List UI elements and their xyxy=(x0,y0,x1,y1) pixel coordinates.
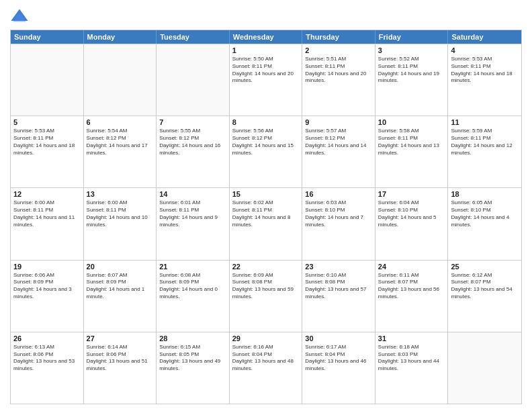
day-number: 30 xyxy=(305,334,372,342)
calendar-cell: 17Sunrise: 6:04 AMSunset: 8:10 PMDayligh… xyxy=(375,188,449,259)
day-number: 13 xyxy=(87,190,154,198)
day-number: 26 xyxy=(13,334,81,342)
calendar-cell xyxy=(11,44,84,116)
day-number: 20 xyxy=(87,263,154,271)
day-info: Sunrise: 5:53 AMSunset: 8:11 PMDaylight:… xyxy=(13,128,81,156)
day-number: 1 xyxy=(232,46,300,54)
day-info: Sunrise: 6:14 AMSunset: 8:06 PMDaylight:… xyxy=(87,344,154,373)
day-info: Sunrise: 5:58 AMSunset: 8:11 PMDaylight:… xyxy=(378,128,445,156)
logo xyxy=(10,7,32,26)
day-info: Sunrise: 6:12 AMSunset: 8:07 PMDaylight:… xyxy=(451,272,519,301)
day-info: Sunrise: 6:02 AMSunset: 8:11 PMDaylight:… xyxy=(232,199,300,228)
cal-header-cell: Friday xyxy=(375,30,449,44)
day-number: 28 xyxy=(159,334,226,342)
day-number: 3 xyxy=(378,46,445,54)
calendar-cell: 8Sunrise: 5:56 AMSunset: 8:12 PMDaylight… xyxy=(230,116,303,187)
calendar-cell: 7Sunrise: 5:55 AMSunset: 8:12 PMDaylight… xyxy=(157,116,230,187)
calendar-cell: 14Sunrise: 6:01 AMSunset: 8:11 PMDayligh… xyxy=(157,188,230,259)
calendar-cell: 11Sunrise: 5:59 AMSunset: 8:11 PMDayligh… xyxy=(448,116,521,187)
cal-header-cell: Monday xyxy=(84,30,157,44)
calendar-cell: 20Sunrise: 6:07 AMSunset: 8:09 PMDayligh… xyxy=(84,261,157,332)
calendar-cell: 24Sunrise: 6:11 AMSunset: 8:07 PMDayligh… xyxy=(375,261,449,332)
day-info: Sunrise: 6:07 AMSunset: 8:09 PMDaylight:… xyxy=(87,272,154,301)
day-info: Sunrise: 6:10 AMSunset: 8:08 PMDaylight:… xyxy=(305,272,372,301)
day-info: Sunrise: 6:00 AMSunset: 8:11 PMDaylight:… xyxy=(87,199,154,228)
day-number: 2 xyxy=(305,46,372,54)
day-info: Sunrise: 6:03 AMSunset: 8:10 PMDaylight:… xyxy=(305,199,372,228)
day-number: 19 xyxy=(13,263,81,271)
day-info: Sunrise: 6:11 AMSunset: 8:07 PMDaylight:… xyxy=(378,272,445,301)
day-info: Sunrise: 5:53 AMSunset: 8:11 PMDaylight:… xyxy=(451,56,519,85)
cal-header-cell: Tuesday xyxy=(157,30,230,44)
day-info: Sunrise: 5:50 AMSunset: 8:11 PMDaylight:… xyxy=(232,56,300,85)
calendar-cell: 23Sunrise: 6:10 AMSunset: 8:08 PMDayligh… xyxy=(302,261,375,332)
calendar-cell: 27Sunrise: 6:14 AMSunset: 8:06 PMDayligh… xyxy=(84,332,157,404)
day-info: Sunrise: 6:15 AMSunset: 8:05 PMDaylight:… xyxy=(159,344,226,373)
cal-header-cell: Wednesday xyxy=(230,30,303,44)
calendar-body: 1Sunrise: 5:50 AMSunset: 8:11 PMDaylight… xyxy=(11,44,521,404)
day-number: 29 xyxy=(232,334,300,342)
calendar-cell: 2Sunrise: 5:51 AMSunset: 8:11 PMDaylight… xyxy=(302,44,375,116)
day-number: 17 xyxy=(378,190,445,198)
calendar-week: 1Sunrise: 5:50 AMSunset: 8:11 PMDaylight… xyxy=(11,44,521,116)
calendar-cell: 12Sunrise: 6:00 AMSunset: 8:11 PMDayligh… xyxy=(11,188,84,259)
calendar-week: 19Sunrise: 6:06 AMSunset: 8:09 PMDayligh… xyxy=(11,260,521,332)
day-number: 15 xyxy=(232,190,300,198)
calendar-cell: 1Sunrise: 5:50 AMSunset: 8:11 PMDaylight… xyxy=(230,44,303,116)
calendar-cell: 5Sunrise: 5:53 AMSunset: 8:11 PMDaylight… xyxy=(11,116,84,187)
cal-header-cell: Saturday xyxy=(448,30,521,44)
calendar-cell: 13Sunrise: 6:00 AMSunset: 8:11 PMDayligh… xyxy=(84,188,157,259)
day-info: Sunrise: 6:05 AMSunset: 8:10 PMDaylight:… xyxy=(451,199,519,228)
calendar-cell: 18Sunrise: 6:05 AMSunset: 8:10 PMDayligh… xyxy=(448,188,521,259)
day-number: 14 xyxy=(159,190,226,198)
day-info: Sunrise: 5:51 AMSunset: 8:11 PMDaylight:… xyxy=(305,56,372,85)
day-number: 25 xyxy=(451,263,519,271)
day-number: 5 xyxy=(13,118,81,126)
calendar-cell xyxy=(157,44,230,116)
day-number: 7 xyxy=(159,118,226,126)
calendar-cell: 4Sunrise: 5:53 AMSunset: 8:11 PMDaylight… xyxy=(448,44,521,116)
day-info: Sunrise: 6:13 AMSunset: 8:06 PMDaylight:… xyxy=(13,344,81,373)
calendar-cell: 10Sunrise: 5:58 AMSunset: 8:11 PMDayligh… xyxy=(375,116,449,187)
day-info: Sunrise: 5:59 AMSunset: 8:11 PMDaylight:… xyxy=(451,128,519,156)
day-number: 21 xyxy=(159,263,226,271)
day-info: Sunrise: 5:52 AMSunset: 8:11 PMDaylight:… xyxy=(378,56,445,85)
calendar-cell: 31Sunrise: 6:18 AMSunset: 8:03 PMDayligh… xyxy=(375,332,449,404)
calendar-cell: 9Sunrise: 5:57 AMSunset: 8:12 PMDaylight… xyxy=(302,116,375,187)
day-info: Sunrise: 5:57 AMSunset: 8:12 PMDaylight:… xyxy=(305,128,372,156)
day-info: Sunrise: 5:55 AMSunset: 8:12 PMDaylight:… xyxy=(159,128,226,156)
day-info: Sunrise: 6:00 AMSunset: 8:11 PMDaylight:… xyxy=(13,199,81,228)
day-number: 16 xyxy=(305,190,372,198)
day-info: Sunrise: 6:04 AMSunset: 8:10 PMDaylight:… xyxy=(378,199,445,228)
calendar: SundayMondayTuesdayWednesdayThursdayFrid… xyxy=(10,30,522,404)
calendar-cell: 28Sunrise: 6:15 AMSunset: 8:05 PMDayligh… xyxy=(157,332,230,404)
calendar-cell: 30Sunrise: 6:17 AMSunset: 8:04 PMDayligh… xyxy=(302,332,375,404)
cal-header-cell: Thursday xyxy=(302,30,375,44)
calendar-cell: 25Sunrise: 6:12 AMSunset: 8:07 PMDayligh… xyxy=(448,261,521,332)
header xyxy=(10,7,522,26)
day-info: Sunrise: 5:54 AMSunset: 8:12 PMDaylight:… xyxy=(87,128,154,156)
calendar-cell: 21Sunrise: 6:08 AMSunset: 8:09 PMDayligh… xyxy=(157,261,230,332)
day-number: 8 xyxy=(232,118,300,126)
cal-header-cell: Sunday xyxy=(11,30,84,44)
calendar-week: 5Sunrise: 5:53 AMSunset: 8:11 PMDaylight… xyxy=(11,116,521,187)
day-info: Sunrise: 5:56 AMSunset: 8:12 PMDaylight:… xyxy=(232,128,300,156)
day-number: 18 xyxy=(451,190,519,198)
day-number: 23 xyxy=(305,263,372,271)
calendar-cell: 26Sunrise: 6:13 AMSunset: 8:06 PMDayligh… xyxy=(11,332,84,404)
day-info: Sunrise: 6:09 AMSunset: 8:08 PMDaylight:… xyxy=(232,272,300,301)
logo-icon xyxy=(10,7,29,26)
calendar-cell: 6Sunrise: 5:54 AMSunset: 8:12 PMDaylight… xyxy=(84,116,157,187)
day-info: Sunrise: 6:08 AMSunset: 8:09 PMDaylight:… xyxy=(159,272,226,301)
day-number: 12 xyxy=(13,190,81,198)
calendar-week: 26Sunrise: 6:13 AMSunset: 8:06 PMDayligh… xyxy=(11,332,521,404)
day-info: Sunrise: 6:17 AMSunset: 8:04 PMDaylight:… xyxy=(305,344,372,373)
day-info: Sunrise: 6:18 AMSunset: 8:03 PMDaylight:… xyxy=(378,344,445,373)
calendar-cell: 22Sunrise: 6:09 AMSunset: 8:08 PMDayligh… xyxy=(230,261,303,332)
day-info: Sunrise: 6:16 AMSunset: 8:04 PMDaylight:… xyxy=(232,344,300,373)
day-number: 6 xyxy=(87,118,154,126)
day-number: 11 xyxy=(451,118,519,126)
day-info: Sunrise: 6:01 AMSunset: 8:11 PMDaylight:… xyxy=(159,199,226,228)
day-number: 24 xyxy=(378,263,445,271)
calendar-cell: 19Sunrise: 6:06 AMSunset: 8:09 PMDayligh… xyxy=(11,261,84,332)
